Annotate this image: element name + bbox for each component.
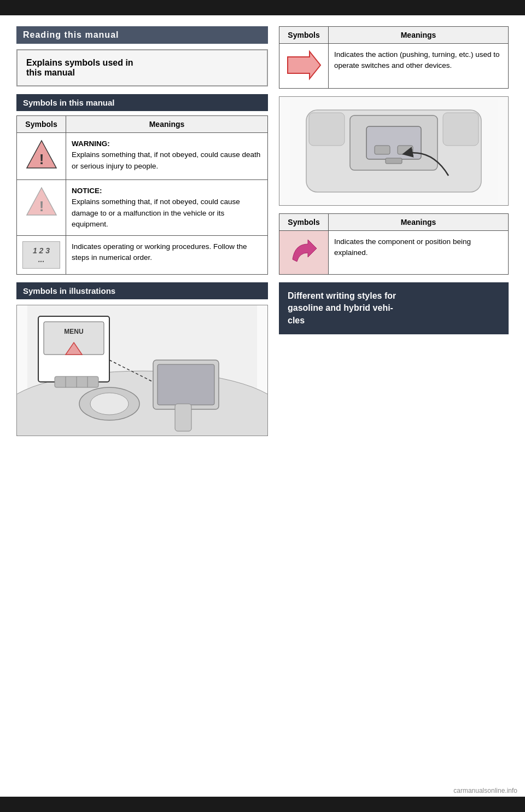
steps-meaning-cell: Indicates operating or working procedure…: [66, 236, 268, 275]
dashboard-illustration: MENU: [16, 305, 268, 436]
svg-point-7: [90, 393, 129, 415]
warning-symbol-cell: !: [17, 133, 66, 180]
top-bar: [0, 0, 525, 15]
svg-rect-30: [443, 113, 479, 146]
symbols-col-header: Symbols: [17, 116, 66, 133]
watermark: carmanualsonline.info: [453, 787, 517, 794]
meanings-col-header: Meanings: [66, 116, 268, 133]
explains-text: Explains symbols used in this manual: [26, 58, 258, 78]
symbols-table: Symbols Meanings !: [16, 115, 268, 275]
notice-symbol-cell: !: [17, 180, 66, 236]
svg-marker-20: [288, 51, 320, 79]
svg-text:!: !: [39, 151, 44, 167]
svg-rect-27: [386, 158, 402, 164]
illustrations-header: Symbols in illustrations: [16, 282, 268, 299]
action-meaning-cell: Indicates the action (pushing, turning, …: [329, 44, 509, 89]
warning-meaning-cell: WARNING: Explains something that, if not…: [66, 133, 268, 180]
svg-rect-24: [366, 126, 421, 159]
steps-icon: 1 2 3 ...: [22, 241, 60, 269]
table-row: Indicates the action (pushing, turning, …: [279, 44, 509, 89]
notice-triangle-icon: !: [22, 185, 60, 221]
curved-arrow-icon: [287, 236, 321, 267]
left-column: Reading this manual Explains symbols use…: [16, 26, 268, 436]
explains-box: Explains symbols used in this manual: [16, 49, 268, 86]
warning-triangle-icon: !: [25, 138, 59, 172]
svg-text:!: !: [39, 198, 44, 214]
table-row: 1 2 3 ... Indicates operating or working…: [17, 236, 268, 275]
steps-symbol-cell: 1 2 3 ...: [17, 236, 66, 275]
action-arrow-symbol-cell: [279, 44, 329, 89]
diff-writing-box: Different writing styles for gasoline an…: [279, 282, 509, 334]
table-row: Indicates the component or position bein…: [279, 231, 509, 275]
bottom-bar: [0, 797, 525, 812]
table-row: ! NOTICE: Explains something that, if no…: [17, 180, 268, 236]
curved-arrow-symbol-cell: [279, 231, 329, 275]
right-symbols-table-1: Symbols Meanings Indicates the action (p…: [279, 26, 509, 89]
action-arrow-icon: [285, 49, 323, 81]
right-column: Symbols Meanings Indicates the action (p…: [279, 26, 509, 436]
svg-rect-15: [175, 404, 191, 431]
right-symbols-col1: Symbols: [279, 27, 329, 44]
right-meanings-col2: Meanings: [329, 214, 509, 231]
symbols-section-header: Symbols in this manual: [16, 94, 268, 111]
svg-rect-29: [309, 113, 345, 146]
svg-text:MENU: MENU: [64, 328, 83, 335]
table-row: ! WARNING: Explains something that, if n…: [17, 133, 268, 180]
right-symbols-table-2: Symbols Meanings Indicates the component…: [279, 213, 509, 275]
right-symbols-col2: Symbols: [279, 214, 329, 231]
overhead-car-illustration: [279, 96, 509, 206]
right-meanings-col1: Meanings: [329, 27, 509, 44]
main-header: Reading this manual: [16, 26, 268, 44]
component-meaning-cell: Indicates the component or position bein…: [329, 231, 509, 275]
svg-rect-25: [375, 146, 390, 154]
notice-meaning-cell: NOTICE: Explains something that, if not …: [66, 180, 268, 236]
svg-rect-9: [158, 364, 214, 405]
